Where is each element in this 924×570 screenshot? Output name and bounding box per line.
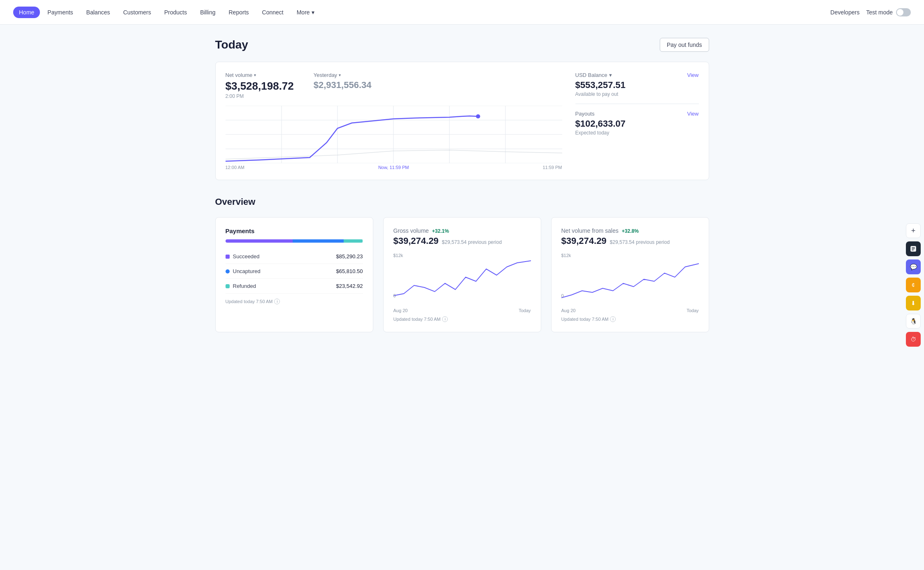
nav-item-more[interactable]: More ▾: [291, 7, 320, 18]
gross-x-start: Aug 20: [393, 308, 408, 313]
usd-balance-label: USD Balance ▾: [575, 72, 612, 78]
uncaptured-label: Uncaptured: [226, 268, 261, 274]
gross-volume-chart: $12k 0: [393, 253, 531, 306]
today-header: Today Pay out funds: [215, 38, 709, 52]
net-x-start: Aug 20: [561, 308, 576, 313]
plus-sidebar-icon[interactable]: +: [906, 223, 921, 238]
svg-point-10: [476, 114, 480, 118]
net-volume-sales-chart: $12k 0: [561, 253, 699, 306]
main-content: Today Pay out funds Net volume ▾ $3,528,…: [199, 25, 726, 345]
net-volume-sales-updated: Updated today 7:50 AM i: [561, 316, 699, 322]
overview-title: Overview: [215, 197, 709, 207]
payments-bar: [226, 239, 363, 243]
chart-label-mid: Now, 11:59 PM: [378, 165, 409, 170]
net-volume-sales-title: Net volume from sales: [561, 227, 619, 234]
net-volume-sales-card: Net volume from sales +32.8% $39,274.29 …: [551, 217, 709, 332]
chart-x-labels: 12:00 AM Now, 11:59 PM 11:59 PM: [226, 165, 562, 170]
test-mode-switch[interactable]: [896, 8, 911, 16]
nav-item-customers[interactable]: Customers: [117, 7, 157, 18]
info-icon[interactable]: i: [274, 299, 280, 304]
overview-grid: Payments Succeeded $85,290.23 Uncaptured…: [215, 217, 709, 332]
net-volume-sales-value: $39,274.29: [561, 236, 607, 246]
net-volume-sales-values: $39,274.29 $29,573.54 previous period: [561, 236, 699, 246]
gross-x-end: Today: [519, 308, 531, 313]
refunded-amount: $23,542.92: [336, 283, 363, 289]
download-icon[interactable]: ⬇: [906, 296, 921, 310]
penguin-icon[interactable]: 🐧: [906, 314, 921, 329]
refunded-dot: [226, 284, 230, 288]
gross-volume-card: Gross volume +32.1% $39,274.29 $29,573.5…: [383, 217, 541, 332]
nav-item-products[interactable]: Products: [158, 7, 193, 18]
right-stats: USD Balance ▾ View $553,257.51 Available…: [575, 72, 699, 170]
today-card: Net volume ▾ $3,528,198.72 2:00 PM Yeste…: [215, 62, 709, 180]
usd-balance-chevron: ▾: [609, 72, 612, 78]
gross-volume-prev: $29,573.54 previous period: [442, 239, 502, 245]
payouts-label: Payouts: [575, 111, 595, 117]
payouts-stat: Payouts View $102,633.07 Expected today: [575, 104, 699, 136]
payments-updated: Updated today 7:50 AM i: [226, 299, 363, 304]
gross-volume-title: Gross volume: [393, 227, 429, 234]
chevron-down-icon: ▾: [312, 9, 314, 16]
net-volume-label: Net volume ▾: [226, 72, 294, 78]
yesterday-value: $2,931,556.34: [314, 80, 372, 90]
test-mode-toggle[interactable]: Test mode: [866, 8, 911, 16]
net-volume-value: $3,528,198.72: [226, 80, 294, 93]
net-info-icon[interactable]: i: [610, 316, 616, 322]
gross-y-label: $12k: [393, 253, 403, 258]
gross-volume-svg: [393, 259, 531, 304]
net-volume-time: 2:00 PM: [226, 93, 294, 99]
payments-overview-card: Payments Succeeded $85,290.23 Uncaptured…: [215, 217, 373, 332]
pay-out-funds-button[interactable]: Pay out funds: [660, 38, 709, 52]
right-sidebar: + 💬 ¢ ⬇ 🐧 ⏱: [903, 220, 924, 345]
gross-y-zero: 0: [393, 293, 396, 298]
gross-info-icon[interactable]: i: [442, 316, 448, 322]
navigation: Home Payments Balances Customers Product…: [0, 0, 924, 25]
gross-volume-values: $39,274.29 $29,573.54 previous period: [393, 236, 531, 246]
yesterday-label: Yesterday ▾: [314, 72, 372, 78]
chat-icon[interactable]: 💬: [906, 260, 921, 274]
chart-label-start: 12:00 AM: [226, 165, 244, 170]
yesterday-stat: Yesterday ▾ $2,931,556.34: [314, 72, 372, 99]
today-grid: Net volume ▾ $3,528,198.72 2:00 PM Yeste…: [226, 72, 699, 170]
yesterday-chevron: ▾: [339, 73, 341, 77]
succeeded-amount: $85,290.23: [336, 253, 363, 260]
intercom-icon[interactable]: [906, 241, 921, 256]
gross-x-labels: Aug 20 Today: [393, 308, 531, 313]
chart-area: Net volume ▾ $3,528,198.72 2:00 PM Yeste…: [226, 72, 562, 170]
nav-item-payments[interactable]: Payments: [42, 7, 79, 18]
nav-item-reports[interactable]: Reports: [223, 7, 255, 18]
refunded-label: Refunded: [226, 283, 256, 289]
net-x-end: Today: [687, 308, 698, 313]
nav-right: Developers Test mode: [831, 8, 911, 16]
usd-balance-stat: USD Balance ▾ View $553,257.51 Available…: [575, 72, 699, 104]
nav-left: Home Payments Balances Customers Product…: [13, 7, 831, 18]
gross-volume-badge: +32.1%: [432, 228, 449, 234]
gross-volume-value: $39,274.29: [393, 236, 439, 246]
net-volume-sales-badge: +32.8%: [622, 228, 639, 234]
nav-item-connect[interactable]: Connect: [256, 7, 289, 18]
chart-stats: Net volume ▾ $3,528,198.72 2:00 PM Yeste…: [226, 72, 562, 99]
succeeded-dot: [226, 255, 230, 259]
payments-card-title: Payments: [226, 227, 363, 234]
usd-balance-view[interactable]: View: [687, 72, 699, 78]
payouts-header: Payouts View: [575, 111, 699, 117]
net-volume-svg: [226, 106, 562, 163]
uncaptured-row: Uncaptured $65,810.50: [226, 264, 363, 279]
nav-item-home[interactable]: Home: [13, 7, 40, 18]
nav-item-balances[interactable]: Balances: [81, 7, 116, 18]
usd-balance-sub: Available to pay out: [575, 91, 699, 97]
succeeded-label: Succeeded: [226, 253, 260, 260]
developers-link[interactable]: Developers: [831, 9, 860, 16]
succeeded-row: Succeeded $85,290.23: [226, 249, 363, 264]
coin-icon[interactable]: ¢: [906, 278, 921, 292]
net-y-zero: 0: [561, 293, 564, 298]
payouts-value: $102,633.07: [575, 118, 699, 129]
nav-item-billing[interactable]: Billing: [194, 7, 221, 18]
net-volume-chart: [226, 106, 562, 163]
timer-icon[interactable]: ⏱: [906, 332, 921, 345]
payouts-view[interactable]: View: [687, 111, 699, 117]
net-volume-stat: Net volume ▾ $3,528,198.72 2:00 PM: [226, 72, 294, 99]
today-title: Today: [215, 38, 248, 51]
net-y-label: $12k: [561, 253, 571, 258]
uncaptured-amount: $65,810.50: [336, 268, 363, 274]
